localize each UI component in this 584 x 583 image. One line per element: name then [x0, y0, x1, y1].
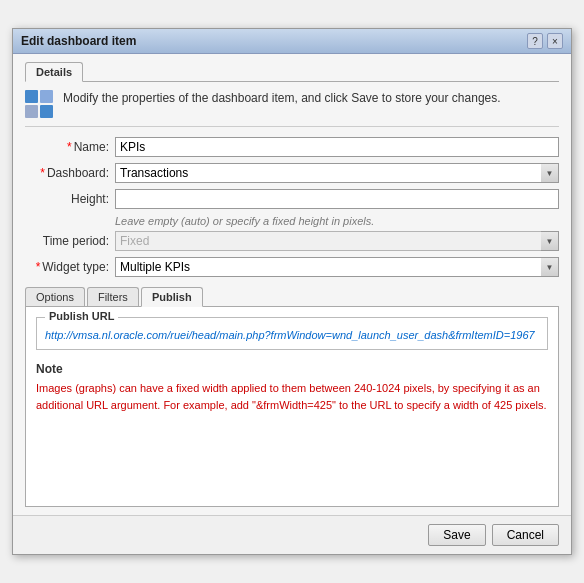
header-section: Modify the properties of the dashboard i… [25, 82, 559, 127]
widgettype-select[interactable]: Multiple KPIs [115, 257, 559, 277]
note-text: Images (graphs) can have a fixed width a… [36, 380, 548, 413]
icon-cell-1 [25, 90, 38, 103]
edit-dashboard-dialog: Edit dashboard item ? × Details Modify t… [12, 28, 572, 555]
height-label: Height: [25, 192, 115, 206]
dialog-title-icons: ? × [527, 33, 563, 49]
dialog-footer: Save Cancel [13, 515, 571, 554]
form-row-timeperiod: Time period: Fixed ▼ [25, 231, 559, 251]
name-required-star: * [67, 140, 72, 154]
name-label: *Name: [25, 140, 115, 154]
icon-cell-2 [40, 90, 53, 103]
dashboard-select-wrapper: Transactions ▼ [115, 163, 559, 183]
form-row-dashboard: *Dashboard: Transactions ▼ [25, 163, 559, 183]
inner-tab-bar: Options Filters Publish [25, 287, 559, 307]
publish-url-group: Publish URL http://vmsa.nl.oracle.com/ru… [36, 317, 548, 350]
dashboard-label: *Dashboard: [25, 166, 115, 180]
height-hint: Leave empty (auto) or specify a fixed he… [115, 215, 559, 227]
tab-details[interactable]: Details [25, 62, 83, 82]
icon-cell-4 [40, 105, 53, 118]
cancel-button[interactable]: Cancel [492, 524, 559, 546]
tab-filters[interactable]: Filters [87, 287, 139, 306]
help-icon[interactable]: ? [527, 33, 543, 49]
close-icon[interactable]: × [547, 33, 563, 49]
tab-content-publish: Publish URL http://vmsa.nl.oracle.com/ru… [25, 307, 559, 507]
inner-tabs-container: Options Filters Publish Publish URL http… [25, 287, 559, 507]
dialog-body: Details Modify the properties of the das… [13, 54, 571, 515]
form-row-widgettype: *Widget type: Multiple KPIs ▼ [25, 257, 559, 277]
form-row-name: *Name: [25, 137, 559, 157]
note-title: Note [36, 362, 548, 376]
tab-publish[interactable]: Publish [141, 287, 203, 307]
header-description: Modify the properties of the dashboard i… [63, 90, 501, 107]
dialog-title: Edit dashboard item [21, 34, 136, 48]
icon-cell-3 [25, 105, 38, 118]
height-input[interactable] [115, 189, 559, 209]
timeperiod-select[interactable]: Fixed [115, 231, 559, 251]
widgettype-label: *Widget type: [25, 260, 115, 274]
save-button[interactable]: Save [428, 524, 485, 546]
dashboard-required-star: * [40, 166, 45, 180]
timeperiod-select-wrapper: Fixed ▼ [115, 231, 559, 251]
publish-url-legend: Publish URL [45, 310, 118, 322]
timeperiod-label: Time period: [25, 234, 115, 248]
top-tab-bar: Details [25, 62, 559, 82]
widgettype-select-wrapper: Multiple KPIs ▼ [115, 257, 559, 277]
name-input[interactable] [115, 137, 559, 157]
form-row-height: Height: [25, 189, 559, 209]
tab-options[interactable]: Options [25, 287, 85, 306]
widgettype-required-star: * [36, 260, 41, 274]
publish-url-text: http://vmsa.nl.oracle.com/ruei/head/main… [45, 328, 539, 343]
dashboard-icon [25, 90, 53, 118]
dialog-titlebar: Edit dashboard item ? × [13, 29, 571, 54]
dashboard-select[interactable]: Transactions [115, 163, 559, 183]
